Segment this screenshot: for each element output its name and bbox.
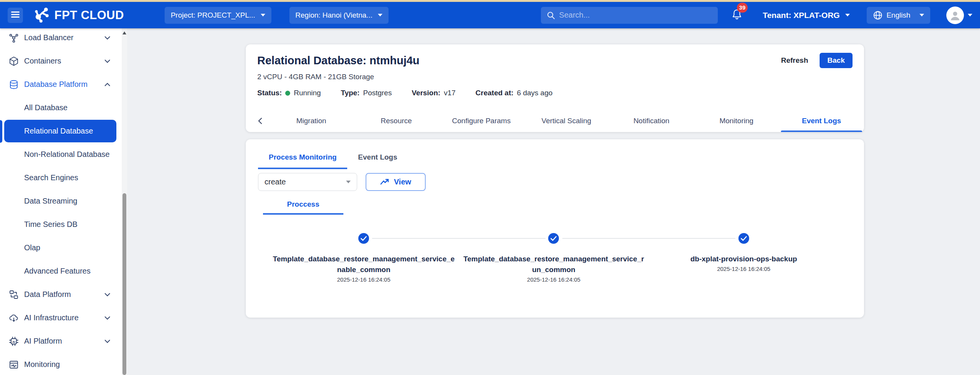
data-platform-icon bbox=[8, 290, 19, 300]
region-selector[interactable]: Region: Hanoi (Vietna... bbox=[289, 7, 389, 24]
database-detail-header-card: Relational Database: ntmhuj4u Refresh Ba… bbox=[246, 44, 864, 132]
process-step: db-xplat-provision-ops-backup 2025-12-16… bbox=[649, 233, 839, 283]
view-button[interactable]: View bbox=[366, 173, 426, 191]
status-value: Running bbox=[294, 89, 321, 97]
region-selector-label: Region: Hanoi (Vietna... bbox=[296, 11, 372, 20]
chevron-down-icon bbox=[105, 59, 110, 63]
chevron-down-icon bbox=[261, 14, 265, 16]
version-value: v17 bbox=[444, 89, 456, 97]
step-timestamp: 2025-12-16 16:24:05 bbox=[527, 276, 580, 283]
event-logs-panel-card: Process Monitoring Event Logs create Vie… bbox=[246, 139, 864, 318]
cloud-icon bbox=[8, 313, 19, 323]
tab-monitoring[interactable]: Monitoring bbox=[694, 110, 779, 132]
sidebar-item-advanced-features[interactable]: Advanced Features bbox=[0, 259, 127, 283]
project-selector-label: Project: PROJECT_XPL... bbox=[171, 11, 255, 20]
sidebar-item-label: Database Platform bbox=[24, 80, 88, 89]
hamburger-menu-button[interactable] bbox=[8, 8, 23, 23]
tab-vertical-scaling[interactable]: Vertical Scaling bbox=[524, 110, 609, 132]
tab-proccess[interactable]: Proccess bbox=[263, 200, 343, 215]
fpt-cloud-logo-icon bbox=[33, 6, 50, 24]
sidebar-item-label: Data Platform bbox=[24, 290, 71, 299]
process-step: Template_database_restore_management_ser… bbox=[269, 233, 459, 283]
chevron-down-icon bbox=[346, 181, 351, 183]
step-name: db-xplat-provision-ops-backup bbox=[690, 254, 797, 264]
chevron-down-icon bbox=[968, 14, 972, 16]
load-balancer-icon bbox=[8, 33, 19, 43]
sidebar-item-time-series-db[interactable]: Time Series DB bbox=[0, 213, 127, 236]
sidebar-item-label: Non-Relational Database bbox=[24, 150, 109, 159]
chevron-up-icon bbox=[105, 83, 110, 86]
sidebar-item-data-streaming[interactable]: Data Streaming bbox=[0, 189, 127, 213]
language-selector[interactable]: English bbox=[867, 7, 930, 24]
sidebar-item-search-engines[interactable]: Search Engines bbox=[0, 166, 127, 189]
tab-event-logs[interactable]: Event Logs bbox=[779, 110, 864, 132]
project-selector[interactable]: Project: PROJECT_XPL... bbox=[165, 7, 271, 24]
sidebar-scrollbar[interactable] bbox=[122, 28, 127, 375]
hamburger-icon bbox=[11, 11, 20, 20]
back-button[interactable]: Back bbox=[820, 53, 853, 68]
scroll-up-arrow-icon[interactable] bbox=[122, 31, 126, 34]
created-at-label: Created at: bbox=[475, 89, 513, 97]
top-navigation-bar: FPT CLOUD Project: PROJECT_XPL... Region… bbox=[0, 2, 980, 28]
check-circle-icon bbox=[358, 233, 369, 244]
subtab-process-monitoring[interactable]: Process Monitoring bbox=[258, 147, 347, 169]
database-icon bbox=[8, 80, 19, 90]
sidebar-item-data-platform[interactable]: Data Platform bbox=[0, 283, 127, 306]
tab-resource[interactable]: Resource bbox=[354, 110, 439, 132]
chevron-down-icon bbox=[920, 14, 924, 16]
version-label: Version: bbox=[412, 89, 440, 97]
process-filter-select[interactable]: create bbox=[258, 173, 357, 191]
sidebar-item-monitoring[interactable]: Monitoring bbox=[0, 353, 127, 375]
notifications-button[interactable]: 39 bbox=[731, 8, 743, 23]
check-circle-icon bbox=[548, 233, 559, 244]
tabs-scroll-left-button[interactable] bbox=[251, 110, 269, 132]
user-menu[interactable] bbox=[946, 7, 972, 24]
scrollbar-thumb[interactable] bbox=[122, 193, 126, 375]
sidebar-item-label: Monitoring bbox=[24, 360, 60, 369]
sidebar-item-all-database[interactable]: All Database bbox=[0, 96, 127, 119]
containers-icon bbox=[8, 56, 19, 66]
chevron-down-icon bbox=[105, 36, 110, 40]
check-circle-icon bbox=[738, 233, 749, 244]
chevron-down-icon bbox=[378, 14, 382, 16]
sidebar-item-label: AI Platform bbox=[24, 337, 62, 346]
tab-notification[interactable]: Notification bbox=[609, 110, 694, 132]
chevron-down-icon bbox=[105, 316, 110, 320]
database-meta-row: Status: Running Type: Postgres Version: … bbox=[246, 81, 864, 97]
refresh-button[interactable]: Refresh bbox=[781, 56, 808, 65]
sidebar-item-database-platform[interactable]: Database Platform bbox=[0, 73, 127, 96]
type-value: Postgres bbox=[363, 89, 392, 97]
sidebar-item-label: Olap bbox=[24, 243, 40, 252]
brand-logo[interactable]: FPT CLOUD bbox=[33, 6, 124, 24]
tab-configure-params[interactable]: Configure Params bbox=[439, 110, 524, 132]
chevron-down-icon bbox=[105, 339, 110, 343]
created-at-value: 6 days ago bbox=[517, 89, 552, 97]
monitoring-icon bbox=[8, 360, 19, 370]
step-timestamp: 2025-12-16 16:24:05 bbox=[717, 266, 770, 272]
sidebar-item-containers[interactable]: Containers bbox=[0, 49, 127, 73]
tenant-selector[interactable]: Tenant: XPLAT-ORG bbox=[763, 11, 850, 20]
sidebar-item-label: All Database bbox=[24, 103, 67, 112]
status-label: Status: bbox=[257, 89, 282, 97]
main-content: Relational Database: ntmhuj4u Refresh Ba… bbox=[127, 28, 980, 375]
page-title: Relational Database: ntmhuj4u bbox=[257, 54, 781, 67]
sidebar-item-ai-platform[interactable]: AI AI Platform bbox=[0, 329, 127, 353]
sidebar-item-olap[interactable]: Olap bbox=[0, 236, 127, 259]
subtab-event-logs[interactable]: Event Logs bbox=[347, 147, 408, 169]
process-step: Template_database_restore_management_ser… bbox=[459, 233, 648, 283]
sidebar-item-relational-database[interactable]: Relational Database bbox=[4, 120, 116, 142]
sidebar-item-label: Advanced Features bbox=[24, 267, 90, 276]
sidebar-item-label: Relational Database bbox=[24, 127, 93, 135]
sidebar-item-ai-infrastructure[interactable]: AI Infrastructure bbox=[0, 306, 127, 329]
sidebar-item-load-balancer[interactable]: Load Balancer bbox=[0, 26, 127, 49]
global-search[interactable] bbox=[541, 7, 718, 24]
svg-text:AI: AI bbox=[12, 340, 15, 343]
view-button-label: View bbox=[394, 178, 411, 186]
status-running-dot bbox=[285, 91, 290, 96]
chevron-left-icon bbox=[258, 117, 262, 124]
tab-migration[interactable]: Migration bbox=[269, 110, 354, 132]
sidebar-item-non-relational-database[interactable]: Non-Relational Database bbox=[0, 143, 127, 166]
app-window: FPT CLOUD Project: PROJECT_XPL... Region… bbox=[0, 0, 980, 375]
search-input[interactable] bbox=[559, 7, 712, 24]
sidebar-navigation: Load Balancer Containers bbox=[0, 28, 127, 375]
